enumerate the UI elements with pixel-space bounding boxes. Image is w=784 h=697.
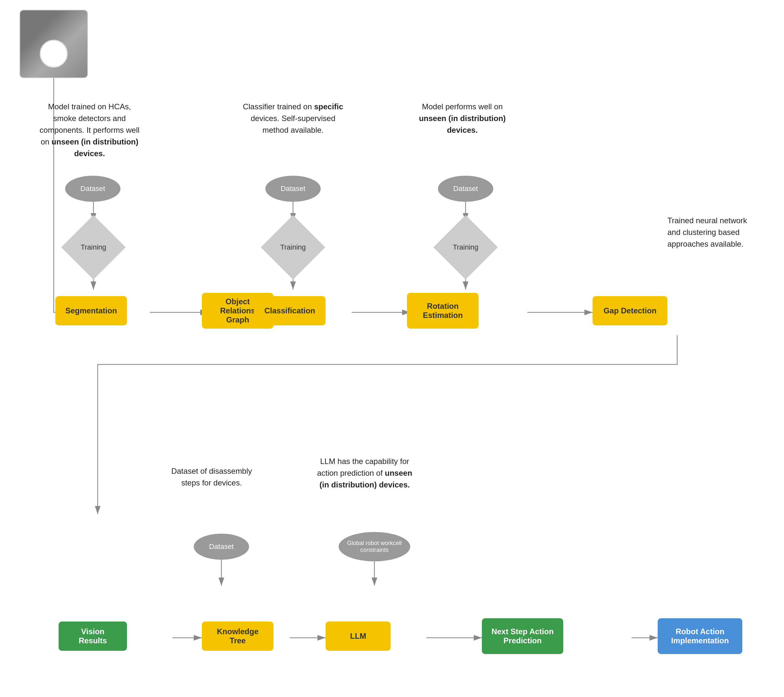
classification-node: Classification — [254, 296, 326, 325]
training-3-node: Training — [443, 225, 488, 270]
next-step-action-prediction-node: Next Step Action Prediction — [482, 618, 563, 654]
image-placeholder — [20, 10, 87, 77]
device-image — [20, 10, 88, 78]
knowledge-tree-node: Knowledge Tree — [202, 621, 273, 651]
llm-node: LLM — [326, 621, 391, 651]
dataset-5-node: Global robot workcell constraints — [339, 532, 410, 561]
annotation-1: Model trained on HCAs, smoke detectors a… — [38, 101, 142, 159]
annotation-2: Classifier trained on specific devices. … — [241, 101, 345, 136]
robot-action-implementation-node: Robot Action Implementation — [658, 618, 742, 654]
annotation-3: Model performs well on unseen (in distri… — [410, 101, 514, 136]
gap-detection-node: Gap Detection — [593, 296, 667, 325]
dataset-1-node: Dataset — [65, 176, 120, 202]
dataset-3-node: Dataset — [438, 176, 493, 202]
annotation-4: Trained neural network and clustering ba… — [667, 215, 759, 250]
dataset-2-node: Dataset — [265, 176, 321, 202]
annotation-5: Dataset of disassembly steps for devices… — [166, 465, 257, 489]
rotation-estimation-node: Rotation Estimation — [407, 293, 479, 329]
diagram-container: Model trained on HCAs, smoke detectors a… — [0, 0, 784, 697]
vision-results-node: Vision Results — [59, 621, 127, 651]
segmentation-node: Segmentation — [55, 296, 127, 325]
annotation-6: LLM has the capability for action predic… — [316, 455, 413, 491]
training-1-node: Training — [71, 225, 116, 270]
training-2-node: Training — [270, 225, 316, 270]
dataset-4-node: Dataset — [194, 534, 249, 560]
